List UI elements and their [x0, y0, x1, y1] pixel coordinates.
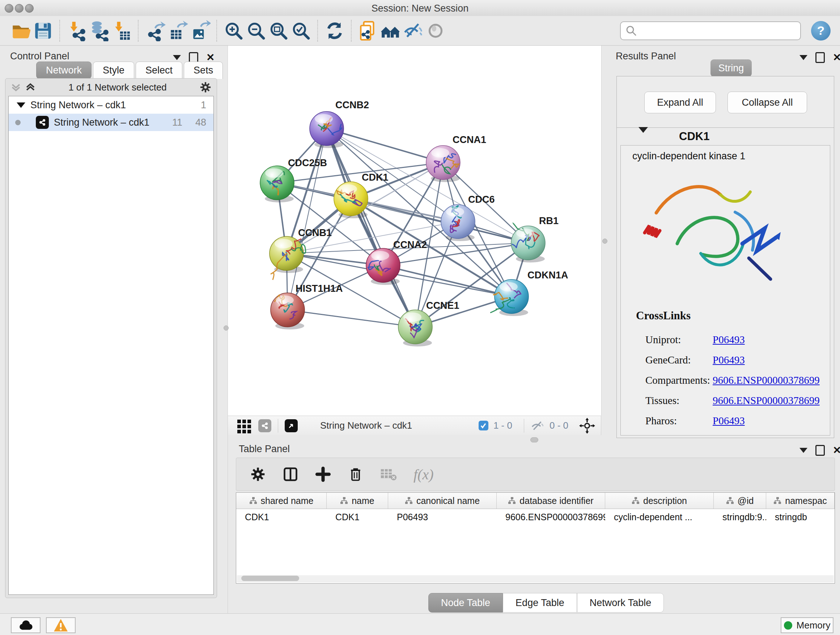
birds-eye-view-icon[interactable] — [285, 419, 298, 432]
column-header-canonical-name[interactable]: canonical name — [388, 493, 497, 509]
string-network-icon — [36, 116, 49, 129]
panel-close-icon[interactable]: ✕ — [833, 54, 840, 61]
refresh-button[interactable] — [324, 19, 346, 42]
network-view-toolbar: String Network – cdk1 1 - 0 0 - 0 — [228, 416, 601, 435]
node-table: shared namenamecanonical namedatabase id… — [236, 492, 835, 584]
node-CCNB2[interactable]: CCNB2 — [309, 100, 369, 148]
zoom-in-button[interactable] — [223, 19, 245, 42]
column-type-icon — [726, 497, 734, 505]
hide-selection-button[interactable] — [402, 19, 424, 42]
main-toolbar: ? — [0, 16, 840, 46]
panel-menu-icon[interactable] — [173, 55, 181, 60]
zoom-out-button[interactable] — [245, 19, 267, 42]
edge-CCNB2-CCNA1[interactable] — [327, 128, 443, 163]
tab-network[interactable]: Network — [36, 62, 92, 79]
panel-menu-icon[interactable] — [799, 55, 807, 60]
cloud-status-button[interactable] — [11, 617, 41, 633]
tab-style[interactable]: Style — [93, 62, 134, 79]
network-canvas[interactable]: CCNB2CCNA1CDC25BCDK1CDC6RB1CCNB1CCNA2CDK… — [228, 46, 602, 416]
import-network-from-database-button[interactable] — [88, 19, 111, 42]
zoom-fit-icon — [268, 20, 289, 41]
panel-float-icon[interactable] — [815, 52, 825, 63]
import-table-from-file-button[interactable] — [111, 19, 133, 42]
column-header-description[interactable]: description — [605, 493, 714, 509]
tab-network-table[interactable]: Network Table — [577, 593, 664, 613]
crosslink-link[interactable]: P06493 — [713, 334, 745, 345]
panel-float-icon[interactable] — [815, 445, 825, 456]
node-CCNB1[interactable]: CCNB1 — [270, 227, 332, 280]
node-CCNE1[interactable]: CCNE1 — [398, 300, 459, 347]
collapse-all-button[interactable]: Collapse All — [728, 92, 807, 113]
tab-node-table[interactable]: Node Table — [428, 593, 503, 613]
results-buttons-box: Expand All Collapse All — [616, 76, 834, 128]
column-header--id[interactable]: @id — [714, 493, 766, 509]
add-column-icon[interactable] — [315, 466, 331, 482]
column-header-shared-name[interactable]: shared name — [236, 493, 327, 509]
node-CDC6[interactable]: CDC6 — [441, 194, 495, 241]
column-header-database-identifier[interactable]: database identifier — [497, 493, 605, 509]
horizontal-scrollbar-thumb[interactable] — [241, 576, 299, 581]
crosslink-link[interactable]: 9606.ENSP00000378699 — [713, 374, 820, 386]
left-splitter-grip[interactable] — [224, 325, 229, 331]
column-header-name[interactable]: name — [327, 493, 388, 509]
memory-button[interactable]: Memory — [781, 617, 834, 633]
zoom-selected-button[interactable] — [290, 19, 312, 42]
crosslink-link[interactable]: P06493 — [713, 354, 745, 366]
right-splitter-grip[interactable] — [602, 239, 607, 244]
node-label-CDKN1A: CDKN1A — [527, 270, 568, 280]
collection-expand-caret[interactable] — [17, 103, 25, 108]
network-collection-row[interactable]: String Network – cdk1 1 — [9, 96, 213, 114]
tab-string[interactable]: String — [711, 59, 752, 77]
panel-menu-icon[interactable] — [799, 448, 807, 453]
table-row[interactable]: CDK1CDK1P064939606.ENSP00000378699cyclin… — [236, 509, 835, 525]
warning-status-button[interactable] — [46, 617, 76, 633]
help-button[interactable]: ? — [811, 21, 831, 41]
section-collapse-caret[interactable] — [638, 133, 648, 139]
save-session-button[interactable] — [32, 19, 54, 42]
panel-close-icon[interactable]: ✕ — [833, 447, 840, 454]
export-image-button[interactable] — [189, 19, 211, 42]
node-RB1[interactable]: RB1 — [511, 215, 559, 263]
expand-all-icon[interactable] — [25, 82, 36, 93]
horizontal-scrollbar-track[interactable] — [237, 575, 834, 583]
string-view-icon[interactable] — [258, 419, 271, 432]
show-all-button[interactable] — [424, 19, 447, 42]
first-neighbors-button[interactable] — [379, 19, 402, 42]
export-table-button[interactable] — [166, 19, 189, 42]
new-network-from-selection-button[interactable] — [357, 19, 379, 42]
collapse-all-icon[interactable] — [11, 82, 21, 93]
gear-icon[interactable] — [250, 466, 266, 482]
expand-all-button[interactable]: Expand All — [644, 92, 716, 113]
gear-icon[interactable] — [199, 81, 212, 93]
import-network-from-file-button[interactable] — [65, 19, 88, 42]
column-header-namespac[interactable]: namespac — [766, 493, 835, 509]
panel-close-icon[interactable]: ✕ — [206, 54, 215, 61]
crosslink-link[interactable]: 9606.ENSP00000378699 — [713, 394, 820, 406]
export-network-button[interactable] — [144, 19, 166, 42]
search-input[interactable] — [638, 25, 796, 36]
selected-checkbox[interactable] — [478, 421, 488, 431]
crosslink-link[interactable]: P06493 — [713, 415, 745, 426]
title-bar: Session: New Session — [0, 0, 840, 16]
open-session-button[interactable] — [9, 19, 32, 42]
tab-edge-table[interactable]: Edge Table — [503, 593, 577, 613]
node-HIST1H1A[interactable]: HIST1H1A — [271, 283, 343, 329]
zoom-out-icon — [246, 20, 267, 41]
edge-HIST1H1A-CCNE1[interactable] — [287, 310, 415, 327]
table-panel-window-buttons: ✕ — [799, 445, 840, 456]
tab-select[interactable]: Select — [136, 62, 182, 79]
pan-crosshair-icon[interactable] — [579, 418, 595, 434]
grid-view-icon[interactable] — [237, 418, 252, 433]
network-graph[interactable]: CCNB2CCNA1CDC25BCDK1CDC6RB1CCNB1CCNA2CDK… — [228, 46, 601, 416]
node-CDK1[interactable]: CDK1 — [334, 172, 388, 218]
toolbar-separator — [524, 419, 524, 432]
export-network-icon — [145, 20, 166, 41]
show-columns-icon[interactable] — [283, 466, 298, 482]
status-bar: Memory — [0, 613, 840, 635]
edge-CCNB2-CCNE1[interactable] — [327, 128, 415, 327]
tab-sets[interactable]: Sets — [184, 62, 223, 79]
edge-CCNB2-HIST1H1A[interactable] — [287, 128, 327, 310]
network-row[interactable]: String Network – cdk1 11 48 — [9, 114, 213, 131]
delete-column-icon[interactable] — [347, 466, 363, 482]
zoom-fit-button[interactable] — [267, 19, 290, 42]
